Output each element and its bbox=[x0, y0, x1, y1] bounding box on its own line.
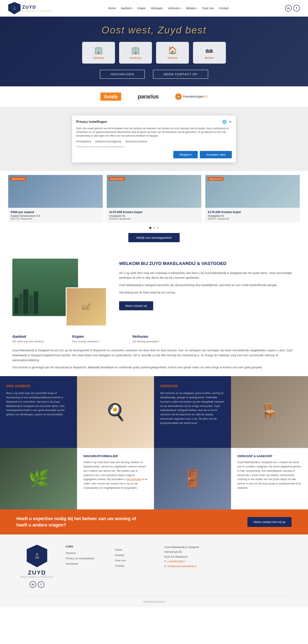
logo-shield: ⚙ ZM bbox=[8, 2, 21, 14]
ons-aanbod-text: Bent u op zoek naar een geschikte koop o… bbox=[6, 391, 71, 417]
nav-contact[interactable]: Contact bbox=[219, 6, 229, 10]
hero-card-verkoop[interactable]: 🏢 Verkoop bbox=[82, 42, 115, 64]
property-card-3[interactable]: Appartement €170.000 Kosten koper Oranje… bbox=[205, 175, 300, 223]
welcome-card-verhuren-title: Verhuren bbox=[132, 334, 184, 339]
footer-nav-section: Home Aanbod Over ons Contact bbox=[115, 545, 156, 588]
property-info-1: €595 per maand Kasteel Schaloenstrat 37 … bbox=[8, 208, 103, 223]
verkoop-text: Zuyd Makelaardij & Vastgoed kan u helpen… bbox=[237, 460, 302, 490]
welcome-bottom-text-2: Ons kantoor is gevestigd aan de Henisstr… bbox=[12, 365, 296, 370]
nav-kopen[interactable]: Kopen bbox=[137, 6, 146, 10]
partners-section: funda pararius 🏠 Huurwoningen.nl bbox=[0, 86, 308, 107]
funda-logo[interactable]: funda bbox=[100, 92, 121, 101]
ons-aanbod-title: ONS AANBOD bbox=[6, 384, 71, 388]
footer-nav-over-ons[interactable]: Over ons bbox=[115, 558, 156, 562]
privacy-modal: Privacy instellingen 🌐 ✕ Deze site maakt… bbox=[72, 115, 236, 163]
footer-logo-text: ZUYD bbox=[28, 569, 46, 576]
hero-card-verhuur[interactable]: 🏠 Verhuur bbox=[156, 42, 189, 64]
privacy-links: Privacybeleid Juridische kennisgeving Vo… bbox=[76, 140, 232, 143]
privacy-header-icons: 🌐 ✕ bbox=[222, 120, 232, 124]
privacy-powered: Powered by Usercentrics Consent Manageme… bbox=[76, 146, 232, 148]
property-image-2: Appartement bbox=[107, 175, 201, 208]
footer: ⚙ ZM ZUYD MAKELAARDIJ & VASTGOED in f Li… bbox=[0, 534, 308, 607]
privacy-link-privacybeleid[interactable]: Privacybeleid bbox=[76, 140, 91, 143]
logo-text: ZUYD bbox=[22, 4, 52, 10]
neem-contact-button[interactable]: Neem contact op bbox=[119, 301, 153, 310]
cta-text: Heeft u expertise nodig bij het beheer v… bbox=[17, 516, 140, 528]
nav-beheer[interactable]: Beheer ▾ bbox=[186, 6, 197, 10]
slider-dot-3[interactable] bbox=[157, 227, 159, 229]
footer-facebook-icon[interactable]: f bbox=[38, 581, 44, 588]
dining-image-tile: 🌿 bbox=[0, 448, 77, 510]
welcome-bottom-cards: Aanbod Op zoek naar een woning? Kopen Ee… bbox=[12, 334, 296, 343]
property-badge-2: Appartement bbox=[109, 177, 125, 181]
footer-grid: ⚙ ZM ZUYD MAKELAARDIJ & VASTGOED in f Li… bbox=[17, 545, 291, 588]
logo-area[interactable]: ⚙ ZM ZUYD MAKELAARDIJ & VASTGOED bbox=[8, 2, 52, 14]
nav-over-ons[interactable]: Over ons bbox=[202, 6, 214, 10]
aanbod-button[interactable]: Bekijk ons woningaanbod bbox=[128, 233, 180, 242]
hero-card-beheer[interactable]: 🏘 Beheer bbox=[193, 42, 226, 64]
footer-logo: ⚙ ZM ZUYD MAKELAARDIJ & VASTGOED in f bbox=[17, 545, 58, 588]
footer-bottom: Powered by Eazlee bbox=[17, 596, 291, 603]
linkedin-icon[interactable]: in bbox=[285, 5, 291, 12]
logo-sub: MAKELAARDIJ & VASTGOED bbox=[22, 10, 52, 12]
kitchen-image-tile: 🍳 bbox=[77, 376, 154, 448]
privacy-link-voorkeuren[interactable]: Voorkeuren beheren bbox=[125, 140, 148, 143]
property-price-2: €170.000 Kosten koper bbox=[109, 210, 199, 214]
nav-aanbod[interactable]: Aanbod ▾ bbox=[121, 6, 132, 10]
footer-linkedin-icon[interactable]: in bbox=[30, 581, 36, 588]
slider-dot-1[interactable] bbox=[149, 227, 151, 229]
footer-nav-aanbod[interactable]: Aanbod bbox=[115, 553, 156, 557]
property-city-1: 6227TN, Maastricht bbox=[11, 218, 100, 220]
property-card-2[interactable]: Appartement €170.000 Kosten koper Oranje… bbox=[107, 175, 201, 223]
property-card-1[interactable]: Appartement €595 per maand Kasteel Schal… bbox=[8, 175, 103, 223]
privacy-link-juridisch[interactable]: Juridische kennisgeving bbox=[95, 140, 121, 143]
footer-link-privacy[interactable]: Privacy en voorwaarden bbox=[66, 556, 107, 560]
welcome-card-kopen-title: Kopen bbox=[72, 334, 124, 339]
footer-powered: Powered by Eazlee bbox=[143, 600, 164, 603]
footer-email-link[interactable]: info@zuydmakelaardij.nl bbox=[168, 565, 197, 568]
inschrijf-link[interactable]: het formulier bbox=[127, 478, 141, 481]
accepteer-button[interactable]: Accepteer alles bbox=[200, 151, 232, 158]
property-badge-3: Appartement bbox=[207, 177, 224, 181]
close-icon[interactable]: ✕ bbox=[229, 120, 232, 124]
welcome-card-aanbod: Aanbod Op zoek naar een woning? bbox=[12, 334, 64, 343]
hero-card-beheer-label: Beheer bbox=[196, 56, 223, 60]
building-icon: 🏢 bbox=[85, 46, 112, 54]
inschrijven-button[interactable]: INSCHRIJVEN bbox=[100, 70, 145, 79]
property-info-2: €170.000 Kosten koper Oranjeplein 91 623… bbox=[107, 208, 201, 223]
chevron-down-icon: ▾ bbox=[180, 7, 181, 10]
hero-section: Oost west, Zuyd best 🏢 Verkoop 🏢 Aankoop… bbox=[0, 16, 308, 86]
globe-icon[interactable]: 🌐 bbox=[222, 120, 227, 124]
facebook-icon[interactable]: f bbox=[293, 5, 300, 12]
pararius-logo[interactable]: pararius bbox=[138, 93, 159, 100]
verhuur-tile: VERHUUR Wij verhuren al uw vastgoed, gro… bbox=[154, 376, 231, 448]
welcome-card-aanbod-title: Aanbod bbox=[12, 334, 64, 339]
properties-section: Appartement €595 per maand Kasteel Schal… bbox=[0, 171, 308, 248]
footer-postal: 6215 KK Maastricht bbox=[164, 554, 291, 559]
footer-phone-link[interactable]: +31433250027 bbox=[167, 560, 185, 563]
nav-verkopen[interactable]: Verkopen bbox=[151, 6, 163, 10]
huurwoningen-logo[interactable]: 🏠 Huurwoningen.nl bbox=[175, 93, 208, 100]
hero-tagline: Oost west, Zuyd best bbox=[102, 24, 207, 36]
contact-button[interactable]: NEEM CONTACT OP bbox=[153, 70, 208, 79]
nav-home[interactable]: Home bbox=[108, 6, 116, 10]
weigeren-button[interactable]: Weigeren bbox=[173, 151, 198, 158]
property-city-3: 6234KT, Maastricht bbox=[208, 218, 297, 220]
slider-dot-2[interactable] bbox=[153, 227, 155, 229]
footer-nav-contact[interactable]: Contact bbox=[115, 564, 156, 568]
cta-button[interactable]: Neem contact met mij op bbox=[247, 517, 291, 527]
footer-link-pararius[interactable]: Pararius bbox=[66, 551, 107, 555]
ons-aanbod-section: ONS AANBOD Bent u op zoek naar een gesch… bbox=[0, 376, 308, 510]
welcome-card-kopen-desc: Een woning verkopen? bbox=[72, 340, 124, 343]
footer-links-list: Pararius Privacy en voorwaarden Disclaim… bbox=[66, 551, 107, 566]
verkoop-tile: VERKOOP & AANKOOP Zuyd Makelaardij & Vas… bbox=[231, 448, 308, 510]
hero-card-aankoop[interactable]: 🏢 Aankoop bbox=[119, 42, 152, 64]
ons-aanbod-tile: ONS AANBOD Bent u op zoek naar een gesch… bbox=[0, 376, 77, 448]
header: ⚙ ZM ZUYD MAKELAARDIJ & VASTGOED Home Aa… bbox=[0, 0, 308, 16]
footer-company: Zuyd Makelaardij & Vastgoed bbox=[164, 545, 291, 550]
footer-contact: Zuyd Makelaardij & Vastgoed Henisstraat … bbox=[164, 545, 291, 588]
nav-verhuren[interactable]: Verhuren ▾ bbox=[168, 6, 181, 10]
footer-street: Henisstraat 2B bbox=[164, 550, 291, 554]
footer-link-disclaimer[interactable]: Disclaimer bbox=[66, 562, 107, 566]
footer-nav-home[interactable]: Home bbox=[115, 548, 156, 552]
